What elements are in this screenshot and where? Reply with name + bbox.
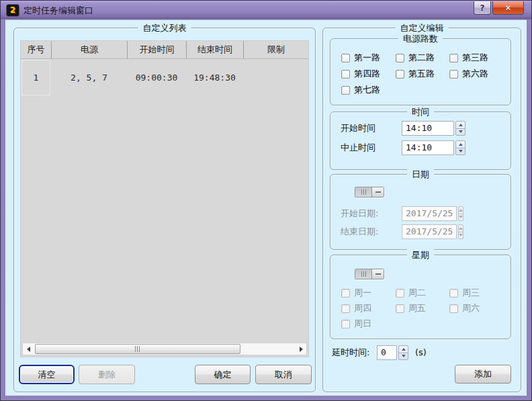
table-row[interactable]: 1 2, 5, 7 09:00:30 19:48:30 (21, 59, 308, 96)
scroll-right-icon (300, 347, 303, 352)
checkbox-icon (449, 70, 458, 79)
end-date-value[interactable]: 2017/5/25 (402, 224, 457, 239)
close-icon: ✕ (504, 3, 511, 13)
start-time-spinner[interactable]: 14:10 (402, 121, 466, 136)
power-channels-group: 电源路数 第一路 第二路 第三路 第四路 第五路 第六路 第七路 (330, 38, 511, 105)
ok-button[interactable]: 确定 (195, 365, 251, 384)
cell-end: 19:48:30 (186, 59, 243, 96)
checkbox-icon (396, 54, 404, 62)
scrollbar-grip-icon (135, 346, 140, 352)
start-time-value[interactable]: 14:10 (402, 121, 454, 136)
start-date-spinner[interactable]: 2017/5/25 (402, 206, 460, 221)
time-group-title: 时间 (407, 106, 434, 118)
column-header-power[interactable]: 电源 (51, 41, 127, 58)
checkbox-icon (449, 54, 458, 62)
scrollbar-thumb[interactable] (35, 344, 240, 354)
app-logo-icon: 2 (7, 5, 19, 16)
date-enable-toggle[interactable] (355, 187, 384, 197)
checkbox-channel-2[interactable]: 第二路 (396, 52, 449, 64)
checkbox-icon (449, 289, 458, 298)
checkbox-icon (396, 304, 404, 313)
checkbox-channel-6[interactable]: 第六路 (449, 68, 505, 80)
custom-list-title: 自定义列表 (138, 22, 191, 34)
spin-up-icon[interactable] (459, 225, 463, 232)
checkbox-sunday[interactable]: 周日 (341, 318, 396, 330)
cell-limit (243, 59, 308, 96)
checkbox-saturday[interactable]: 周六 (449, 302, 505, 314)
checkbox-icon (341, 86, 350, 95)
week-group: 星期 周一 周二 周三 周四 周五 周六 周日 (330, 255, 511, 339)
end-date-label: 结束日期: (341, 224, 378, 239)
checkbox-monday[interactable]: 周一 (341, 287, 396, 299)
cell-start: 09:00:30 (127, 59, 186, 96)
titlebar[interactable]: 2 定时任务编辑窗口 ? ✕ (1, 1, 531, 19)
help-button[interactable]: ? (474, 1, 491, 15)
date-group-title: 日期 (407, 169, 434, 181)
checkbox-icon (341, 320, 350, 328)
scroll-left-icon (27, 347, 30, 352)
checkbox-friday[interactable]: 周五 (396, 302, 449, 314)
week-group-title: 星期 (407, 249, 434, 261)
add-button[interactable]: 添加 (455, 365, 511, 384)
column-header-limit[interactable]: 限制 (243, 41, 308, 58)
close-button[interactable]: ✕ (492, 1, 524, 15)
horizontal-scrollbar[interactable] (22, 343, 307, 355)
spin-up-icon[interactable] (459, 207, 463, 214)
dialog-window: 2 定时任务编辑窗口 ? ✕ 自定义列表 序号 电源 开始时间 结束时间 限制 … (0, 0, 532, 401)
checkbox-icon (396, 289, 404, 298)
scroll-right-button[interactable] (296, 343, 306, 355)
checkbox-tuesday[interactable]: 周二 (396, 287, 449, 299)
scroll-left-button[interactable] (23, 343, 34, 355)
checkbox-channel-5[interactable]: 第五路 (396, 68, 449, 80)
checkbox-channel-4[interactable]: 第四路 (341, 68, 396, 80)
checkbox-channel-7[interactable]: 第七路 (341, 84, 396, 96)
cell-seq[interactable]: 1 (21, 59, 51, 96)
custom-edit-group: 自定义编辑 电源路数 第一路 第二路 第三路 第四路 第五路 第六路 第七路 时… (322, 28, 521, 392)
spin-up-icon[interactable] (456, 141, 465, 148)
column-header-seq[interactable]: 序号 (21, 41, 51, 58)
window-title: 定时任务编辑窗口 (24, 1, 93, 19)
checkbox-icon (341, 70, 350, 79)
spin-down-icon[interactable] (456, 129, 465, 136)
cancel-button[interactable]: 取消 (255, 365, 312, 384)
column-header-end[interactable]: 结束时间 (186, 41, 243, 58)
checkbox-wednesday[interactable]: 周三 (449, 287, 505, 299)
checkbox-channel-3[interactable]: 第三路 (449, 52, 505, 64)
table-header: 序号 电源 开始时间 结束时间 限制 (21, 41, 308, 59)
stop-time-value[interactable]: 14:10 (402, 140, 454, 155)
checkbox-icon (449, 304, 458, 313)
spin-up-icon[interactable] (456, 122, 465, 129)
week-enable-toggle[interactable] (355, 269, 384, 279)
spin-up-icon[interactable] (399, 346, 408, 353)
spin-buttons (455, 121, 466, 136)
toggle-track (355, 269, 371, 279)
delay-time-value[interactable]: 0 (377, 345, 397, 360)
delay-time-spinner[interactable]: 0 (377, 345, 408, 360)
time-group: 时间 开始时间 14:10 中止时间 14:10 (330, 112, 511, 170)
stop-time-label: 中止时间 (341, 140, 375, 155)
spin-down-icon[interactable] (399, 353, 408, 360)
checkbox-icon (341, 54, 350, 62)
cell-power: 2, 5, 7 (51, 59, 127, 96)
clear-button[interactable]: 清空 (19, 365, 75, 384)
spin-down-icon[interactable] (459, 214, 463, 221)
delay-time-label: 延时时间: (332, 345, 369, 360)
spin-down-icon[interactable] (456, 148, 465, 155)
custom-list-group: 自定义列表 序号 电源 开始时间 结束时间 限制 1 2, 5, 7 09:00… (13, 28, 316, 392)
checkbox-icon (341, 304, 350, 313)
stop-time-spinner[interactable]: 14:10 (402, 140, 466, 155)
start-date-value[interactable]: 2017/5/25 (402, 206, 457, 221)
client-area: 自定义列表 序号 电源 开始时间 结束时间 限制 1 2, 5, 7 09:00… (5, 19, 527, 396)
power-channels-title: 电源路数 (398, 33, 443, 45)
spin-down-icon[interactable] (459, 232, 463, 239)
task-table[interactable]: 序号 电源 开始时间 结束时间 限制 1 2, 5, 7 09:00:30 19… (20, 40, 309, 357)
toggle-knob-icon (371, 269, 384, 279)
spin-buttons (455, 140, 466, 155)
checkbox-channel-1[interactable]: 第一路 (341, 52, 396, 64)
column-header-start[interactable]: 开始时间 (127, 41, 186, 58)
delete-button[interactable]: 删除 (79, 365, 135, 384)
help-icon: ? (480, 3, 485, 13)
end-date-spinner[interactable]: 2017/5/25 (402, 224, 460, 239)
checkbox-thursday[interactable]: 周四 (341, 302, 396, 314)
toggle-track (355, 187, 371, 197)
